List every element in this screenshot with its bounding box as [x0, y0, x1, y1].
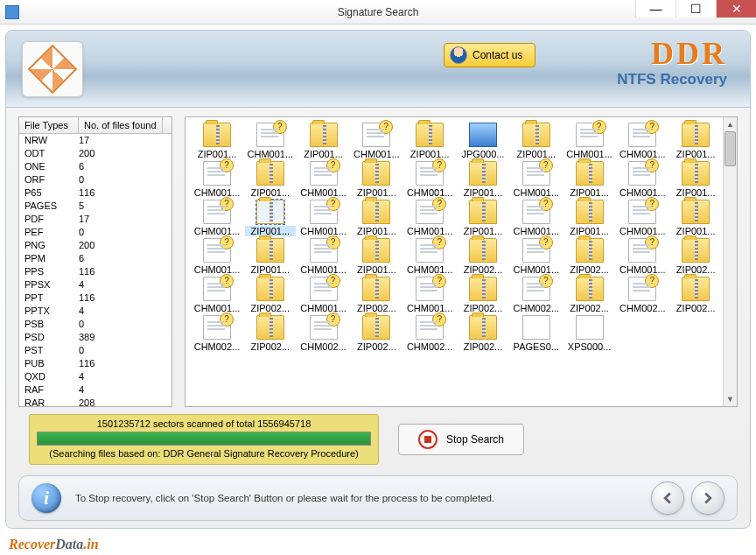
file-item[interactable]: ZIP002... [564, 277, 616, 313]
col-file-types[interactable]: File Types [19, 117, 79, 133]
file-item[interactable]: CHM001... [298, 200, 350, 236]
file-type-count: 200 [79, 239, 166, 252]
file-item[interactable]: CHM002... [191, 315, 243, 352]
file-type-row[interactable]: RAR208 [19, 397, 172, 407]
file-item[interactable]: ZIP001... [510, 123, 563, 159]
file-item[interactable]: ZIP002... [457, 238, 509, 275]
file-type-row[interactable]: PST0 [19, 344, 172, 357]
file-item[interactable]: ZIP002... [564, 238, 616, 275]
file-type-row[interactable]: PPSX4 [19, 278, 172, 292]
file-item[interactable]: ZIP001... [244, 238, 297, 275]
file-item[interactable]: ZIP001... [298, 123, 350, 159]
file-item[interactable]: CHM001... [510, 238, 563, 275]
zip-file-icon [256, 277, 284, 301]
file-type-row[interactable]: P65116 [19, 186, 172, 200]
file-type-row[interactable]: PPT116 [19, 292, 172, 305]
file-item[interactable]: CHM001... [510, 200, 563, 236]
file-item[interactable]: ZIP001... [457, 161, 509, 198]
file-item[interactable]: ZIP002... [669, 277, 722, 313]
next-button[interactable] [691, 481, 724, 515]
file-item[interactable]: CHM001... [616, 123, 668, 159]
file-item[interactable]: CHM001... [298, 161, 350, 198]
file-type-row[interactable]: PUB116 [19, 357, 172, 370]
file-item[interactable]: ZIP002... [457, 277, 509, 313]
file-item[interactable]: XPS000... [564, 315, 616, 352]
file-type-row[interactable]: ONE6 [19, 160, 172, 173]
file-item[interactable]: CHM001... [510, 161, 563, 198]
file-types-list[interactable]: NRW17ODT200ONE6ORF0P65116PAGES5PDF17PEF0… [19, 134, 172, 407]
scroll-down-icon[interactable]: ▼ [724, 392, 737, 406]
file-type-row[interactable]: PPM6 [19, 252, 172, 265]
file-type-row[interactable]: PSD389 [19, 331, 172, 344]
file-item[interactable]: ZIP001... [669, 123, 722, 159]
file-item[interactable]: CHM001... [191, 161, 243, 198]
file-item[interactable]: CHM001... [403, 161, 456, 198]
file-item[interactable]: ZIP001... [564, 200, 616, 236]
file-item[interactable]: CHM001... [191, 200, 243, 236]
prev-button[interactable] [651, 481, 684, 515]
file-item[interactable]: ZIP002... [244, 277, 297, 313]
file-item[interactable]: CHM002... [616, 277, 668, 313]
minimize-button[interactable]: — [635, 0, 676, 18]
file-type-name: PPT [24, 292, 79, 305]
brand-name: DDR [617, 38, 727, 69]
file-item[interactable]: CHM001... [298, 277, 350, 313]
contact-us-button[interactable]: Contact us [444, 43, 536, 67]
file-type-row[interactable]: PDF17 [19, 213, 172, 226]
file-item[interactable]: CHM002... [510, 277, 563, 313]
file-item[interactable]: ZIP001... [350, 238, 402, 275]
file-type-row[interactable]: ORF0 [19, 173, 172, 186]
file-item[interactable]: JPG000... [457, 123, 509, 159]
file-item[interactable]: ZIP001... [669, 161, 722, 198]
maximize-button[interactable]: ☐ [676, 0, 716, 18]
file-type-row[interactable]: ODT200 [19, 147, 172, 160]
file-item[interactable]: CHM001... [403, 238, 456, 275]
file-item[interactable]: CHM001... [191, 277, 243, 313]
file-item[interactable]: CHM001... [350, 123, 402, 159]
file-item[interactable]: ZIP002... [457, 315, 509, 352]
file-type-row[interactable]: NRW17 [19, 134, 172, 147]
file-item[interactable]: CHM002... [403, 315, 456, 352]
file-item[interactable]: CHM001... [244, 123, 297, 159]
col-files-found[interactable]: No. of files found [79, 117, 163, 133]
file-item[interactable]: ZIP002... [244, 315, 297, 352]
file-item[interactable]: CHM001... [616, 200, 668, 236]
file-item[interactable]: CHM001... [403, 200, 456, 236]
file-item[interactable]: CHM001... [298, 238, 350, 275]
file-item[interactable]: ZIP001... [564, 161, 616, 198]
file-item[interactable]: CHM001... [403, 277, 456, 313]
scroll-up-icon[interactable]: ▲ [724, 117, 737, 131]
results-grid[interactable]: ZIP001...CHM001...ZIP001...CHM001...ZIP0… [186, 117, 737, 357]
close-button[interactable]: ✕ [716, 0, 756, 18]
file-item[interactable]: PAGES0... [510, 315, 563, 352]
file-item[interactable]: ZIP001... [191, 123, 243, 159]
file-type-row[interactable]: PSB0 [19, 318, 172, 331]
file-item[interactable]: CHM001... [616, 238, 668, 275]
file-type-row[interactable]: PNG200 [19, 239, 172, 252]
file-type-row[interactable]: PAGES5 [19, 200, 172, 213]
results-scrollbar[interactable]: ▲ ▼ [723, 117, 737, 406]
file-item[interactable]: ZIP001... [350, 200, 402, 236]
scroll-thumb[interactable] [724, 131, 736, 166]
file-item[interactable]: ZIP002... [350, 315, 402, 352]
file-type-row[interactable]: PPS116 [19, 265, 172, 278]
file-item[interactable]: ZIP001... [457, 200, 509, 236]
zip-file-icon [682, 123, 710, 147]
file-type-row[interactable]: QXD4 [19, 370, 172, 383]
file-type-row[interactable]: RAF4 [19, 383, 172, 397]
file-item[interactable]: ZIP001... [350, 161, 402, 198]
file-type-row[interactable]: PEF0 [19, 226, 172, 239]
file-item[interactable]: ZIP001... [244, 161, 297, 198]
file-item[interactable]: CHM001... [616, 161, 668, 198]
file-item[interactable]: ZIP001... [669, 200, 722, 236]
file-label: ZIP001... [298, 149, 349, 159]
file-item[interactable]: ZIP001... [403, 123, 456, 159]
file-item[interactable]: ZIP001... [244, 200, 297, 236]
file-item[interactable]: ZIP002... [669, 238, 722, 275]
file-item[interactable]: CHM001... [191, 238, 243, 275]
file-item[interactable]: ZIP002... [350, 277, 402, 313]
stop-search-button[interactable]: Stop Search [398, 424, 524, 455]
file-type-row[interactable]: PPTX4 [19, 305, 172, 318]
file-item[interactable]: CHM001... [564, 123, 616, 159]
file-item[interactable]: CHM002... [298, 315, 350, 352]
